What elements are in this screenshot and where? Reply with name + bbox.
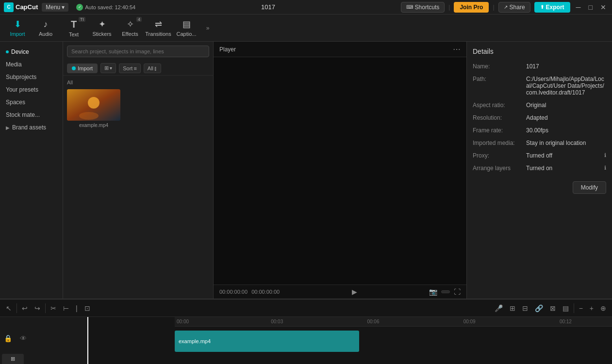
toolbar-item-transitions[interactable]: ⇌ Transitions: [145, 16, 172, 40]
caption-button[interactable]: ▤: [561, 304, 571, 312]
shortcuts-button[interactable]: ⌨ Shortcuts: [401, 2, 445, 13]
eye-button[interactable]: 👁: [18, 334, 29, 342]
import-icon: ⬇: [14, 19, 21, 30]
sidebar-item-device[interactable]: Device: [0, 46, 63, 58]
join-pro-button[interactable]: Join Pro: [454, 2, 489, 13]
detail-row-arrange: Arrange layers Turned on ℹ: [473, 165, 606, 172]
sidebar-item-media[interactable]: Media: [0, 58, 63, 71]
zoom-out-button[interactable]: −: [577, 304, 585, 312]
player-screenshot-button[interactable]: 📷: [429, 288, 437, 296]
search-input[interactable]: [67, 46, 209, 57]
toolbar-item-audio[interactable]: ♪ Audio: [32, 16, 59, 40]
logo-icon: C: [4, 2, 14, 12]
player-fullscreen-button[interactable]: ⛶: [454, 288, 461, 296]
timeline-tracks: example.mp4: [175, 327, 612, 364]
player-area: Player ⋯ 00:00:00:00 00:00:00:00 ▶ 📷 ⛶: [214, 42, 466, 299]
mic-button[interactable]: 🎤: [493, 304, 505, 312]
ruler-mark-2: 00:06: [367, 319, 379, 324]
maximize-button[interactable]: □: [587, 3, 595, 11]
tl-divider-1: [17, 303, 17, 313]
split-button[interactable]: |: [74, 304, 80, 312]
player-time-total: 00:00:00:00: [251, 289, 280, 295]
toolbar-expand-button[interactable]: »: [201, 16, 215, 40]
timeline-track-area: 00:00 00:03 00:06 00:09 00:12 example.mp…: [87, 317, 612, 364]
link-button[interactable]: 🔗: [533, 304, 545, 312]
video-clip[interactable]: example.mp4: [175, 331, 359, 352]
player-ratio: [441, 290, 450, 293]
filter-button[interactable]: All ⫿: [144, 63, 161, 73]
redo-button[interactable]: ↪: [33, 304, 42, 312]
ruler-mark-0: 00:00: [177, 319, 189, 324]
text-badge: TI: [79, 17, 85, 22]
zoom-fit-button[interactable]: ⊕: [598, 304, 608, 312]
toolbar-item-stickers[interactable]: ✦ Stickers: [88, 16, 116, 40]
detail-row-path: Path: C:/Users/Mihajlo/AppData/Local/Cap…: [473, 76, 606, 96]
player-canvas: [214, 57, 466, 285]
project-name: 1017: [139, 3, 397, 11]
media-item-example-mp4[interactable]: example.mp4: [67, 89, 120, 128]
tl-divider-2: [45, 303, 46, 313]
player-right-controls: 📷 ⛶: [429, 288, 461, 296]
arrange-info-icon: ℹ: [604, 165, 606, 172]
lock-button[interactable]: 🔒: [2, 334, 14, 342]
detail-row-proxy: Proxy: Turned off ℹ: [473, 152, 606, 159]
sort-button[interactable]: Sort ≡: [119, 63, 141, 73]
text-icon: T: [71, 19, 77, 30]
ruler-mark-3: 00:09: [463, 319, 476, 324]
effects-badge: 4: [136, 17, 142, 22]
effects-icon: ✧: [127, 19, 134, 30]
detail-row-resolution: Resolution: Adapted: [473, 114, 606, 121]
player-menu-button[interactable]: ⋯: [453, 45, 461, 54]
view-toggle-button[interactable]: ⊞ ▾: [100, 63, 116, 73]
sidebar-item-spaces[interactable]: Spaces: [0, 96, 63, 109]
toolbar-item-import[interactable]: ⬇ Import: [4, 16, 31, 40]
timeline-needle: [87, 317, 88, 364]
cut-button[interactable]: ✂: [49, 304, 58, 312]
toolbar: ⬇ Import ♪ Audio T Text TI ✦ Stickers ✧ …: [0, 15, 612, 42]
undo-button[interactable]: ↩: [20, 304, 30, 312]
sidebar-item-brand-assets[interactable]: ▶ Brand assets: [0, 121, 63, 134]
media-content: All: [63, 76, 213, 299]
svg-point-1: [88, 97, 99, 109]
player-header: Player ⋯: [214, 42, 466, 57]
snap-button[interactable]: ⊞: [508, 304, 517, 312]
export-button[interactable]: ⬆ Export: [534, 2, 570, 13]
proxy-info-icon: ℹ: [604, 152, 606, 159]
menu-button[interactable]: Menu ▾: [42, 3, 68, 12]
tl-divider-3: [574, 303, 574, 313]
align-button[interactable]: ⊠: [548, 304, 558, 312]
minimize-button[interactable]: ─: [574, 3, 583, 11]
crop-button[interactable]: ⊡: [83, 304, 92, 312]
topbar-right: ⌨ Shortcuts | Join Pro | ↗ Share ⬆ Expor…: [401, 2, 608, 13]
stickers-icon: ✦: [99, 19, 106, 30]
close-button[interactable]: ✕: [598, 3, 608, 11]
details-title: Details: [473, 47, 606, 55]
player-play-button[interactable]: ▶: [352, 288, 357, 296]
sidebar-item-stock-mate[interactable]: Stock mate...: [0, 109, 63, 121]
expand-arrow: ▶: [6, 125, 10, 130]
detail-row-framerate: Frame rate: 30.00fps: [473, 127, 606, 134]
toolbar-item-effects[interactable]: ✧ Effects 4: [116, 16, 144, 40]
share-button[interactable]: ↗ Share: [498, 2, 530, 13]
player-title: Player: [219, 46, 236, 53]
toolbar-item-text[interactable]: T Text TI: [60, 16, 87, 40]
cover-button[interactable]: ⊞ Cover: [2, 354, 24, 364]
zoom-in-button[interactable]: +: [588, 304, 595, 312]
topbar: C CapCut Menu ▾ ✓ Auto saved: 12:40:54 1…: [0, 0, 612, 15]
cursor-tool-button[interactable]: ↖: [4, 304, 14, 312]
detail-row-name: Name: 1017: [473, 63, 606, 70]
trim-button[interactable]: ⊢: [61, 304, 71, 312]
sidebar-item-subprojects[interactable]: Subprojects: [0, 71, 63, 83]
sidebar-item-your-presets[interactable]: Your presets: [0, 83, 63, 96]
modify-button[interactable]: Modify: [573, 181, 606, 194]
active-dot: [6, 50, 9, 53]
media-all-label: All: [67, 79, 209, 85]
player-time-current: 00:00:00:00: [219, 289, 248, 295]
import-button[interactable]: Import: [67, 63, 98, 73]
magnet-button[interactable]: ⊟: [520, 304, 530, 312]
ruler-mark-1: 00:03: [271, 319, 283, 324]
media-panel: Import ⊞ ▾ Sort ≡ All ⫿ All: [63, 42, 214, 299]
toolbar-item-captions[interactable]: ▤ Captio...: [173, 16, 200, 40]
logo: C CapCut: [4, 2, 38, 12]
cover-icon: ⊞: [11, 356, 15, 362]
